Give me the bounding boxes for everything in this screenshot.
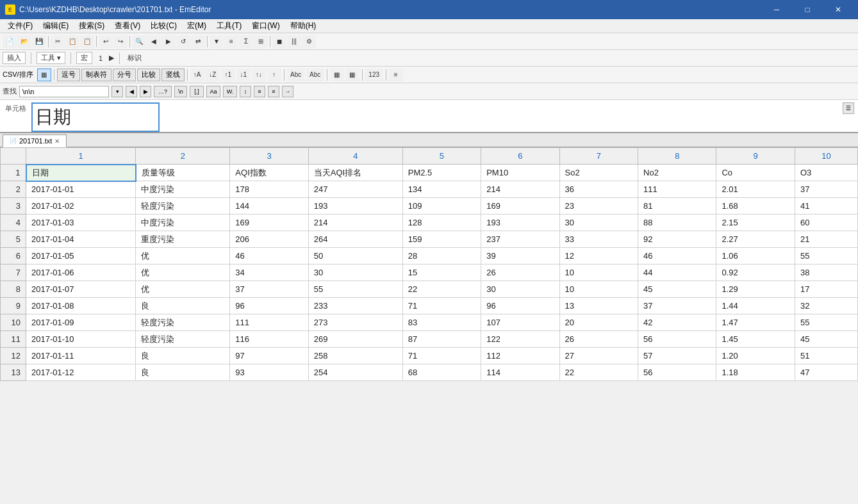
cell-r9-c3[interactable]: 273 xyxy=(308,314,402,331)
cell-r9-c6[interactable]: 20 xyxy=(559,314,638,331)
sort-asc-btn[interactable]: ↑A xyxy=(190,69,204,81)
menu-view[interactable]: 查看(V) xyxy=(110,19,145,33)
cell-r12-c3[interactable]: 254 xyxy=(308,364,402,381)
col-header-10[interactable]: 10 xyxy=(795,148,857,165)
cell-r12-c4[interactable]: 68 xyxy=(402,364,481,381)
cell-r4-c5[interactable]: 237 xyxy=(481,231,559,248)
cell-r10-c4[interactable]: 87 xyxy=(402,331,481,348)
cell-r12-c9[interactable]: 47 xyxy=(795,364,857,381)
cell-r7-c5[interactable]: 30 xyxy=(481,281,559,298)
cell-r3-c8[interactable]: 2.15 xyxy=(716,215,795,231)
cell-r7-c2[interactable]: 37 xyxy=(230,281,308,298)
cell-r8-c6[interactable]: 13 xyxy=(559,298,638,314)
csv-comma-btn[interactable]: 逗号 xyxy=(57,69,80,81)
cell-r9-c9[interactable]: 55 xyxy=(795,314,857,331)
file-tab[interactable]: 📄 201701.txt ✕ xyxy=(3,134,67,147)
cell-r0-c2[interactable]: AQI指数 xyxy=(230,165,308,181)
cell-r5-c5[interactable]: 39 xyxy=(481,248,559,264)
spreadsheet-scroll[interactable]: 1 2 3 4 5 6 7 8 9 10 1日期质量等级AQI指数当天AQI排名… xyxy=(0,147,858,504)
cell-r11-c7[interactable]: 57 xyxy=(638,348,716,364)
cell-r1-c8[interactable]: 2.01 xyxy=(716,181,795,198)
cell-r3-c2[interactable]: 169 xyxy=(230,215,308,231)
menu-btn[interactable]: ≡ xyxy=(389,69,403,81)
cell-r7-c3[interactable]: 55 xyxy=(308,281,402,298)
cell-r12-c1[interactable]: 良 xyxy=(136,364,230,381)
macro-label[interactable]: 宏 xyxy=(76,52,92,64)
cell-r2-c4[interactable]: 109 xyxy=(402,198,481,215)
cell-r11-c8[interactable]: 1.20 xyxy=(716,348,795,364)
cell-r4-c6[interactable]: 33 xyxy=(559,231,638,248)
cell-r10-c1[interactable]: 轻度污染 xyxy=(136,331,230,348)
cell-r3-c9[interactable]: 60 xyxy=(795,215,857,231)
col-header-1[interactable]: 1 xyxy=(26,148,136,165)
cell-r5-c9[interactable]: 55 xyxy=(795,248,857,264)
cell-r3-c1[interactable]: 中度污染 xyxy=(136,215,230,231)
find-btn[interactable]: 🔍 xyxy=(132,35,146,48)
menu-search[interactable]: 搜索(S) xyxy=(74,19,110,33)
search-re-btn[interactable]: \n xyxy=(174,86,187,97)
save-btn[interactable]: 💾 xyxy=(32,35,46,48)
cell-r6-c1[interactable]: 优 xyxy=(136,264,230,281)
cell-r2-c6[interactable]: 23 xyxy=(559,198,638,215)
cell-r4-c0[interactable]: 2017-01-04 xyxy=(26,231,136,248)
cell-r9-c0[interactable]: 2017-01-09 xyxy=(26,314,136,331)
cell-r11-c9[interactable]: 51 xyxy=(795,348,857,364)
cell-r8-c9[interactable]: 32 xyxy=(795,298,857,314)
cell-r0-c7[interactable]: No2 xyxy=(638,165,716,181)
close-button[interactable]: ✕ xyxy=(823,0,853,19)
csv-active-btn[interactable]: ▦ xyxy=(37,69,51,81)
cell-r0-c8[interactable]: Co xyxy=(716,165,795,181)
cell-r1-c5[interactable]: 214 xyxy=(481,181,559,198)
cell-r6-c7[interactable]: 44 xyxy=(638,264,716,281)
search-dropdown-btn[interactable]: ▾ xyxy=(111,86,123,97)
paste-btn[interactable]: 📋 xyxy=(80,35,94,48)
cell-r7-c1[interactable]: 优 xyxy=(136,281,230,298)
cell-r10-c2[interactable]: 116 xyxy=(230,331,308,348)
cell-r6-c4[interactable]: 15 xyxy=(402,264,481,281)
cell-r5-c6[interactable]: 12 xyxy=(559,248,638,264)
cell-r1-c9[interactable]: 37 xyxy=(795,181,857,198)
cell-r1-c1[interactable]: 中度污染 xyxy=(136,181,230,198)
redo-btn[interactable]: ↪ xyxy=(113,35,128,48)
cell-r10-c0[interactable]: 2017-01-10 xyxy=(26,331,136,348)
cell-r12-c0[interactable]: 2017-01-12 xyxy=(26,364,136,381)
cell-r8-c2[interactable]: 96 xyxy=(230,298,308,314)
sort-num-desc-btn[interactable]: ↓1 xyxy=(236,69,251,81)
cell-r10-c8[interactable]: 1.45 xyxy=(716,331,795,348)
cell-r5-c7[interactable]: 46 xyxy=(638,248,716,264)
search-btn5[interactable]: ↕ xyxy=(240,86,251,97)
cell-r11-c3[interactable]: 258 xyxy=(308,348,402,364)
cell-r2-c3[interactable]: 193 xyxy=(308,198,402,215)
cell-r8-c8[interactable]: 1.44 xyxy=(716,298,795,314)
menu-macro[interactable]: 宏(M) xyxy=(182,19,211,33)
find-next-btn[interactable]: ▶ xyxy=(161,35,176,48)
cell-r5-c8[interactable]: 1.06 xyxy=(716,248,795,264)
tab-close-btn[interactable]: ✕ xyxy=(54,138,60,145)
cell-r10-c6[interactable]: 26 xyxy=(559,331,638,348)
find3-btn[interactable]: ↺ xyxy=(176,35,190,48)
cell-r8-c0[interactable]: 2017-01-08 xyxy=(26,298,136,314)
cell-r5-c1[interactable]: 优 xyxy=(136,248,230,264)
filter-btn[interactable]: ▼ xyxy=(210,35,224,48)
cell-r6-c0[interactable]: 2017-01-06 xyxy=(26,264,136,281)
maximize-button[interactable]: □ xyxy=(793,0,822,19)
menu-tools[interactable]: 工具(T) xyxy=(211,19,247,33)
cell-r2-c2[interactable]: 144 xyxy=(230,198,308,215)
open-btn[interactable]: 📂 xyxy=(17,35,31,48)
cell-r0-c0[interactable]: 日期 xyxy=(26,165,136,181)
sort-btn6[interactable]: ↑ xyxy=(267,69,281,81)
cell-r9-c1[interactable]: 轻度污染 xyxy=(136,314,230,331)
menu-help[interactable]: 帮助(H) xyxy=(285,19,322,33)
csv-tab-btn[interactable]: 制表符 xyxy=(81,69,111,81)
menu-edit[interactable]: 编辑(E) xyxy=(38,19,74,33)
cell-r5-c0[interactable]: 2017-01-05 xyxy=(26,248,136,264)
cell-r2-c1[interactable]: 轻度污染 xyxy=(136,198,230,215)
sort-num-asc-btn[interactable]: ↑1 xyxy=(221,69,235,81)
cell-r11-c6[interactable]: 27 xyxy=(559,348,638,364)
cell-r4-c8[interactable]: 2.27 xyxy=(716,231,795,248)
menu-compare[interactable]: 比较(C) xyxy=(145,19,182,33)
tb-btn2[interactable]: Σ xyxy=(239,35,253,48)
tools-label[interactable]: 工具 ▾ xyxy=(37,52,65,64)
cell-r8-c3[interactable]: 233 xyxy=(308,298,402,314)
cell-r0-c6[interactable]: So2 xyxy=(559,165,638,181)
